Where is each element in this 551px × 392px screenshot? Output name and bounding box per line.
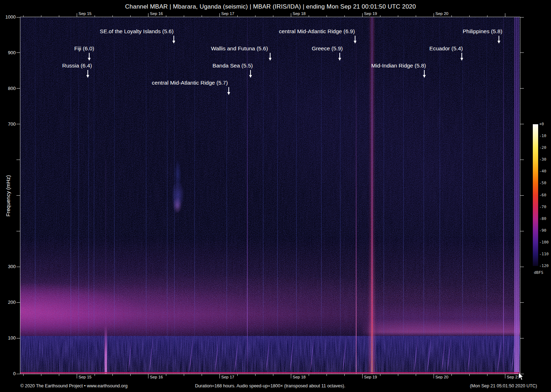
mouse-cursor — [518, 372, 525, 382]
earthquake-annotation-label: Ecuador (5.4) — [429, 45, 463, 52]
earthquake-annotation-label: Mid-Indian Ridge (5.8) — [371, 62, 426, 69]
down-arrow-icon — [88, 53, 91, 61]
arrow-head — [338, 58, 341, 61]
earthquake-annotation-label: Banda Sea (5.5) — [213, 62, 253, 69]
earthquake-annotation-label: Greece (5.9) — [312, 45, 343, 52]
down-arrow-icon — [354, 36, 357, 44]
arrow-head — [354, 41, 357, 44]
arrow-head — [227, 92, 230, 95]
earthquake-annotation-label: Russia (6.4) — [62, 62, 92, 69]
arrow-head — [249, 75, 252, 78]
earthquake-annotation-label: Wallis and Futuna (5.6) — [211, 45, 268, 52]
arrow-head — [460, 58, 463, 61]
down-arrow-icon — [269, 53, 272, 61]
earthquake-annotation-label: SE.of the Loyalty Islands (5.6) — [100, 28, 174, 35]
spectrogram-screenshot: Channel MBAR | Mbarara, Uganda (seismic)… — [0, 0, 551, 392]
down-arrow-icon — [497, 36, 501, 44]
earthquake-annotation-label: central Mid-Atlantic Ridge (6.9) — [279, 28, 355, 35]
arrow-head — [86, 75, 89, 78]
earthquake-annotations: SE.of the Loyalty Islands (5.6)central M… — [0, 0, 551, 392]
down-arrow-icon — [338, 53, 342, 61]
down-arrow-icon — [172, 36, 176, 44]
down-arrow-icon — [227, 87, 231, 96]
arrow-head — [497, 41, 500, 44]
arrow-head — [423, 75, 426, 78]
down-arrow-icon — [423, 70, 426, 79]
arrow-head — [88, 58, 91, 61]
arrow-head — [269, 58, 272, 61]
earthquake-annotation-label: Philippines (5.8) — [462, 28, 502, 35]
down-arrow-icon — [460, 53, 464, 61]
earthquake-annotation-label: Fiji (6.0) — [74, 45, 94, 52]
down-arrow-icon — [249, 70, 252, 79]
down-arrow-icon — [86, 70, 90, 79]
arrow-head — [172, 41, 175, 44]
earthquake-annotation-label: central Mid-Atlantic Ridge (5.7) — [152, 80, 228, 86]
